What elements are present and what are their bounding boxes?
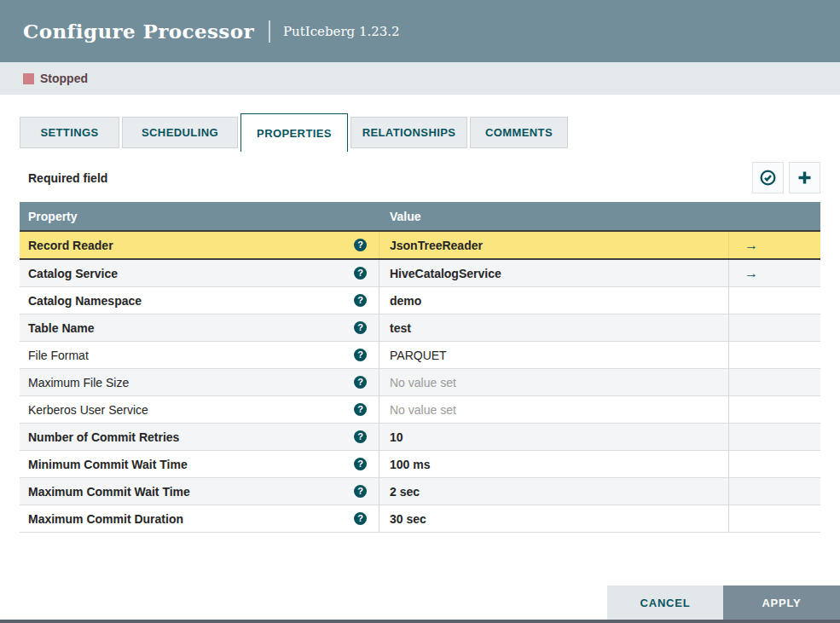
question-circle-icon[interactable]: ?	[354, 512, 367, 525]
actions-cell	[729, 287, 820, 314]
question-circle-icon[interactable]: ?	[354, 458, 367, 470]
verify-properties-button[interactable]	[752, 162, 784, 193]
tab-settings[interactable]: SETTINGS	[20, 117, 119, 148]
property-value-cell[interactable]: No value set	[379, 396, 729, 423]
toolbar-buttons	[752, 162, 820, 193]
property-name-cell: Maximum Commit Wait Time?	[20, 478, 379, 505]
tab-relationships[interactable]: RELATIONSHIPS	[350, 117, 467, 148]
table-body: Record Reader?JsonTreeReader→Catalog Ser…	[20, 230, 820, 533]
question-circle-icon[interactable]: ?	[354, 239, 367, 251]
property-name-cell: Minimum Commit Wait Time?	[20, 451, 379, 477]
status-bar: Stopped	[0, 62, 840, 95]
property-row[interactable]: Number of Commit Retries?10	[20, 424, 820, 451]
property-name: File Format	[28, 349, 89, 362]
property-value-cell[interactable]: JsonTreeReader	[379, 232, 729, 258]
property-value: JsonTreeReader	[390, 239, 483, 252]
property-value: 10	[390, 430, 403, 444]
go-to-service-arrow-icon[interactable]: →	[744, 266, 758, 281]
property-row[interactable]: File Format?PARQUET	[20, 342, 820, 369]
actions-cell	[729, 451, 820, 477]
question-circle-icon[interactable]: ?	[354, 267, 367, 280]
question-circle-icon[interactable]: ?	[354, 294, 367, 307]
property-row[interactable]: Maximum File Size?No value set	[20, 369, 820, 396]
dialog-header: Configure Processor PutIceberg 1.23.2	[0, 0, 840, 62]
actions-cell	[729, 314, 820, 341]
property-name-cell: Catalog Service?	[20, 260, 379, 286]
properties-toolbar: Required field	[20, 162, 820, 193]
property-name-cell: Kerberos User Service?	[20, 396, 379, 423]
actions-cell: →	[729, 260, 820, 286]
cancel-button[interactable]: CANCEL	[607, 586, 723, 620]
property-value-cell[interactable]: HiveCatalogService	[379, 260, 729, 286]
property-value-cell[interactable]: 30 sec	[379, 505, 729, 532]
column-header-property: Property	[20, 210, 379, 223]
property-value: HiveCatalogService	[390, 267, 501, 280]
property-name: Record Reader	[28, 239, 113, 252]
processor-type-version: PutIceberg 1.23.2	[283, 24, 400, 39]
tab-comments[interactable]: COMMENTS	[470, 117, 568, 148]
question-circle-icon[interactable]: ?	[354, 349, 367, 361]
property-value-cell[interactable]: demo	[379, 287, 729, 314]
tab-properties[interactable]: PROPERTIES	[240, 113, 348, 152]
property-name: Maximum File Size	[28, 376, 129, 389]
stopped-status-icon	[23, 73, 34, 84]
dialog-footer: CANCEL APPLY	[607, 586, 840, 620]
property-row[interactable]: Minimum Commit Wait Time?100 ms	[20, 451, 820, 478]
property-value-cell[interactable]: test	[379, 314, 729, 341]
question-circle-icon[interactable]: ?	[354, 376, 367, 389]
property-name-cell: Table Name?	[20, 314, 379, 341]
property-value: demo	[390, 294, 421, 308]
property-name: Maximum Commit Duration	[28, 512, 183, 526]
question-circle-icon[interactable]: ?	[354, 321, 367, 334]
plus-icon	[796, 169, 814, 187]
dialog-content: SETTINGSSCHEDULINGPROPERTIESRELATIONSHIP…	[0, 113, 840, 533]
property-name: Maximum Commit Wait Time	[28, 485, 190, 499]
question-circle-icon[interactable]: ?	[354, 485, 367, 498]
property-value-cell[interactable]: 2 sec	[379, 478, 729, 505]
property-name-cell: Maximum Commit Duration?	[20, 505, 379, 532]
apply-button[interactable]: APPLY	[723, 586, 840, 620]
property-value-cell[interactable]: No value set	[379, 369, 729, 395]
go-to-service-arrow-icon[interactable]: →	[744, 238, 758, 253]
property-row[interactable]: Maximum Commit Wait Time?2 sec	[20, 478, 820, 505]
add-property-button[interactable]	[789, 162, 820, 193]
property-name: Catalog Namespace	[28, 294, 142, 308]
property-value: 100 ms	[390, 458, 430, 471]
column-header-value: Value	[379, 210, 729, 223]
actions-cell	[729, 396, 820, 423]
property-row[interactable]: Kerberos User Service?No value set	[20, 396, 820, 424]
property-value-cell[interactable]: 10	[379, 424, 729, 450]
properties-table: Property Value Record Reader?JsonTreeRea…	[20, 202, 820, 533]
check-circle-icon	[759, 169, 777, 187]
property-name: Catalog Service	[28, 267, 118, 280]
property-name-cell: Record Reader?	[20, 232, 379, 258]
property-value-cell[interactable]: 100 ms	[379, 451, 729, 477]
actions-cell	[729, 424, 820, 450]
property-row[interactable]: Catalog Service?HiveCatalogService→	[20, 260, 820, 287]
property-name-cell: Catalog Namespace?	[20, 287, 379, 314]
tab-bar: SETTINGSSCHEDULINGPROPERTIESRELATIONSHIP…	[20, 113, 820, 152]
property-name: Minimum Commit Wait Time	[28, 458, 188, 471]
property-value: No value set	[390, 403, 456, 417]
property-name: Number of Commit Retries	[28, 430, 179, 444]
title-divider	[269, 20, 270, 43]
property-name-cell: Maximum File Size?	[20, 369, 379, 395]
actions-cell	[729, 478, 820, 505]
required-field-label: Required field	[20, 171, 107, 185]
property-row[interactable]: Maximum Commit Duration?30 sec	[20, 505, 820, 533]
question-circle-icon[interactable]: ?	[354, 403, 367, 416]
property-value: 2 sec	[390, 485, 420, 499]
question-circle-icon[interactable]: ?	[354, 430, 367, 443]
actions-cell: →	[729, 232, 820, 258]
status-label: Stopped	[40, 72, 88, 85]
property-value: PARQUET	[390, 349, 447, 362]
tab-scheduling[interactable]: SCHEDULING	[122, 117, 238, 148]
property-row[interactable]: Table Name?test	[20, 314, 820, 342]
property-name: Kerberos User Service	[28, 403, 148, 417]
property-row[interactable]: Catalog Namespace?demo	[20, 287, 820, 314]
configure-processor-dialog: Configure Processor PutIceberg 1.23.2 St…	[0, 0, 840, 623]
dialog-title: Configure Processor	[23, 20, 254, 43]
table-header: Property Value	[20, 202, 820, 230]
property-row[interactable]: Record Reader?JsonTreeReader→	[20, 230, 820, 260]
property-value-cell[interactable]: PARQUET	[379, 342, 729, 368]
